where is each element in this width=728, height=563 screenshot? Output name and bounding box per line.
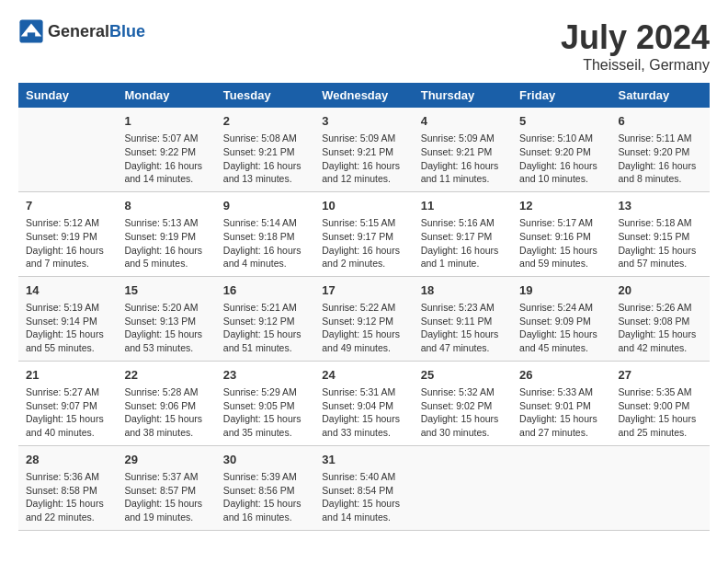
day-number: 4	[421, 113, 505, 130]
day-info: Sunrise: 5:14 AM Sunset: 9:18 PM Dayligh…	[223, 216, 307, 270]
calendar-cell: 22Sunrise: 5:28 AM Sunset: 9:06 PM Dayli…	[117, 361, 215, 445]
day-info: Sunrise: 5:09 AM Sunset: 9:21 PM Dayligh…	[322, 132, 405, 186]
calendar-body: 1Sunrise: 5:07 AM Sunset: 9:22 PM Daylig…	[18, 108, 710, 530]
calendar-cell: 27Sunrise: 5:35 AM Sunset: 9:00 PM Dayli…	[611, 361, 710, 445]
calendar-cell: 5Sunrise: 5:10 AM Sunset: 9:20 PM Daylig…	[512, 108, 610, 191]
header-day-friday: Friday	[512, 83, 610, 108]
calendar-cell: 16Sunrise: 5:21 AM Sunset: 9:12 PM Dayli…	[216, 276, 314, 361]
calendar-cell: 2Sunrise: 5:08 AM Sunset: 9:21 PM Daylig…	[216, 108, 314, 191]
day-info: Sunrise: 5:10 AM Sunset: 9:20 PM Dayligh…	[519, 132, 603, 186]
day-number: 13	[619, 198, 702, 214]
day-info: Sunrise: 5:15 AM Sunset: 9:17 PM Dayligh…	[322, 216, 405, 270]
sub-title: Theisseil, Germany	[561, 57, 710, 74]
calendar-cell: 28Sunrise: 5:36 AM Sunset: 8:58 PM Dayli…	[18, 445, 117, 530]
day-number: 12	[519, 198, 603, 214]
calendar-cell: 1Sunrise: 5:07 AM Sunset: 9:22 PM Daylig…	[117, 108, 215, 191]
week-row-5: 28Sunrise: 5:36 AM Sunset: 8:58 PM Dayli…	[18, 445, 710, 530]
header-day-sunday: Sunday	[18, 83, 117, 108]
calendar-cell: 14Sunrise: 5:19 AM Sunset: 9:14 PM Dayli…	[18, 276, 117, 361]
header-row: SundayMondayTuesdayWednesdayThursdayFrid…	[18, 83, 710, 108]
day-info: Sunrise: 5:21 AM Sunset: 9:12 PM Dayligh…	[223, 301, 307, 355]
main-title: July 2024	[561, 18, 710, 57]
day-number: 14	[26, 282, 109, 299]
logo-text-blue: Blue	[109, 22, 145, 41]
week-row-1: 1Sunrise: 5:07 AM Sunset: 9:22 PM Daylig…	[18, 108, 710, 191]
day-number: 27	[619, 367, 702, 384]
day-info: Sunrise: 5:11 AM Sunset: 9:20 PM Dayligh…	[619, 132, 702, 186]
day-number: 7	[26, 198, 109, 214]
calendar-cell	[512, 445, 610, 530]
day-info: Sunrise: 5:22 AM Sunset: 9:12 PM Dayligh…	[322, 301, 405, 355]
calendar-cell: 7Sunrise: 5:12 AM Sunset: 9:19 PM Daylig…	[18, 191, 117, 276]
calendar-cell	[18, 108, 117, 191]
day-number: 6	[619, 113, 702, 130]
calendar-cell: 3Sunrise: 5:09 AM Sunset: 9:21 PM Daylig…	[314, 108, 413, 191]
calendar-cell: 8Sunrise: 5:13 AM Sunset: 9:19 PM Daylig…	[117, 191, 215, 276]
day-number: 24	[322, 367, 405, 384]
day-info: Sunrise: 5:39 AM Sunset: 8:56 PM Dayligh…	[223, 470, 307, 524]
day-number: 18	[421, 282, 505, 299]
calendar-cell: 4Sunrise: 5:09 AM Sunset: 9:21 PM Daylig…	[414, 108, 512, 191]
calendar-cell	[611, 445, 710, 530]
logo-icon	[18, 18, 44, 44]
calendar-cell: 6Sunrise: 5:11 AM Sunset: 9:20 PM Daylig…	[611, 108, 710, 191]
week-row-4: 21Sunrise: 5:27 AM Sunset: 9:07 PM Dayli…	[18, 361, 710, 445]
day-info: Sunrise: 5:35 AM Sunset: 9:00 PM Dayligh…	[619, 385, 702, 440]
calendar-table: SundayMondayTuesdayWednesdayThursdayFrid…	[18, 83, 710, 531]
day-number: 10	[322, 198, 405, 214]
header-day-tuesday: Tuesday	[216, 83, 314, 108]
day-info: Sunrise: 5:07 AM Sunset: 9:22 PM Dayligh…	[124, 132, 208, 186]
calendar-cell: 17Sunrise: 5:22 AM Sunset: 9:12 PM Dayli…	[314, 276, 413, 361]
day-number: 17	[322, 282, 405, 299]
day-number: 3	[322, 113, 405, 130]
calendar-cell: 19Sunrise: 5:24 AM Sunset: 9:09 PM Dayli…	[512, 276, 610, 361]
calendar-cell: 31Sunrise: 5:40 AM Sunset: 8:54 PM Dayli…	[314, 445, 413, 530]
day-number: 21	[26, 367, 109, 384]
day-number: 5	[519, 113, 603, 130]
day-number: 22	[124, 367, 208, 384]
day-info: Sunrise: 5:28 AM Sunset: 9:06 PM Dayligh…	[124, 385, 208, 440]
day-info: Sunrise: 5:29 AM Sunset: 9:05 PM Dayligh…	[223, 385, 307, 440]
day-number: 15	[124, 282, 208, 299]
calendar-cell: 10Sunrise: 5:15 AM Sunset: 9:17 PM Dayli…	[314, 191, 413, 276]
day-info: Sunrise: 5:17 AM Sunset: 9:16 PM Dayligh…	[519, 216, 603, 270]
calendar-cell: 23Sunrise: 5:29 AM Sunset: 9:05 PM Dayli…	[216, 361, 314, 445]
day-number: 23	[223, 367, 307, 384]
day-info: Sunrise: 5:24 AM Sunset: 9:09 PM Dayligh…	[519, 301, 603, 355]
calendar-cell: 21Sunrise: 5:27 AM Sunset: 9:07 PM Dayli…	[18, 361, 117, 445]
day-info: Sunrise: 5:13 AM Sunset: 9:19 PM Dayligh…	[124, 216, 208, 270]
day-number: 1	[124, 113, 208, 130]
day-info: Sunrise: 5:26 AM Sunset: 9:08 PM Dayligh…	[619, 301, 702, 355]
day-info: Sunrise: 5:40 AM Sunset: 8:54 PM Dayligh…	[322, 470, 405, 524]
header-day-monday: Monday	[117, 83, 215, 108]
day-info: Sunrise: 5:23 AM Sunset: 9:11 PM Dayligh…	[421, 301, 505, 355]
calendar-cell: 12Sunrise: 5:17 AM Sunset: 9:16 PM Dayli…	[512, 191, 610, 276]
day-info: Sunrise: 5:33 AM Sunset: 9:01 PM Dayligh…	[519, 385, 603, 440]
calendar-cell: 11Sunrise: 5:16 AM Sunset: 9:17 PM Dayli…	[414, 191, 512, 276]
header-day-wednesday: Wednesday	[314, 83, 413, 108]
day-number: 2	[223, 113, 307, 130]
calendar-cell: 29Sunrise: 5:37 AM Sunset: 8:57 PM Dayli…	[117, 445, 215, 530]
day-number: 28	[26, 452, 109, 468]
day-info: Sunrise: 5:27 AM Sunset: 9:07 PM Dayligh…	[26, 385, 109, 440]
day-number: 30	[223, 452, 307, 468]
day-number: 25	[421, 367, 505, 384]
day-number: 16	[223, 282, 307, 299]
day-info: Sunrise: 5:37 AM Sunset: 8:57 PM Dayligh…	[124, 470, 208, 524]
day-number: 20	[619, 282, 702, 299]
calendar-cell: 24Sunrise: 5:31 AM Sunset: 9:04 PM Dayli…	[314, 361, 413, 445]
day-number: 9	[223, 198, 307, 214]
calendar-cell: 30Sunrise: 5:39 AM Sunset: 8:56 PM Dayli…	[216, 445, 314, 530]
header: General Blue July 2024 Theisseil, German…	[18, 18, 710, 74]
day-info: Sunrise: 5:16 AM Sunset: 9:17 PM Dayligh…	[421, 216, 505, 270]
calendar-cell: 25Sunrise: 5:32 AM Sunset: 9:02 PM Dayli…	[414, 361, 512, 445]
calendar-cell: 15Sunrise: 5:20 AM Sunset: 9:13 PM Dayli…	[117, 276, 215, 361]
day-number: 29	[124, 452, 208, 468]
calendar-header: SundayMondayTuesdayWednesdayThursdayFrid…	[18, 83, 710, 108]
calendar-cell	[414, 445, 512, 530]
svg-rect-2	[28, 32, 35, 39]
day-info: Sunrise: 5:32 AM Sunset: 9:02 PM Dayligh…	[421, 385, 505, 440]
title-area: July 2024 Theisseil, Germany	[561, 18, 710, 74]
calendar-cell: 9Sunrise: 5:14 AM Sunset: 9:18 PM Daylig…	[216, 191, 314, 276]
day-info: Sunrise: 5:36 AM Sunset: 8:58 PM Dayligh…	[26, 470, 109, 524]
